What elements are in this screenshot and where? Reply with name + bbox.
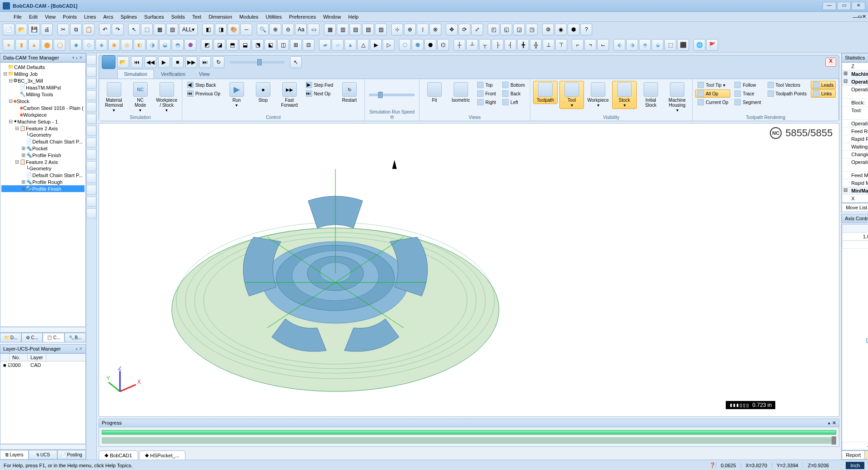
ltab-3[interactable]: 🔧 B... (65, 333, 86, 342)
doctab-1[interactable]: ◆ HSPocket_... (139, 450, 185, 460)
tree-chain2[interactable]: 📄 Default Chain Start P... (1, 172, 85, 178)
tb-v1[interactable]: ◰ (488, 24, 499, 35)
tb-select4[interactable]: ▤ (166, 24, 178, 35)
tb-n1[interactable]: ▰ (319, 39, 331, 51)
tree-post[interactable]: 📄 HaasTM.MillPst (1, 84, 85, 91)
btn-back[interactable]: Back (500, 89, 527, 98)
tb-line[interactable]: ─ (240, 24, 252, 35)
btn-tool-vectors[interactable]: Tool Vectors (765, 81, 809, 89)
tb-layer1[interactable]: ◧ (202, 24, 214, 35)
tb-o2[interactable]: ⬢ (412, 39, 424, 51)
tb-n2[interactable]: ▱ (332, 39, 344, 51)
tb-s1[interactable]: ◆ (70, 39, 82, 51)
tb-cut[interactable]: ✂ (57, 24, 69, 35)
tb-o1[interactable]: ⬡ (399, 39, 411, 51)
doc-restore[interactable]: ▭ (858, 14, 862, 20)
btn-toolpath-points[interactable]: Toolpath Points (765, 89, 809, 98)
tb-r6[interactable]: ⬛ (677, 39, 689, 51)
menu-utilities[interactable]: Utilities (262, 13, 285, 20)
tb-r2[interactable]: ⬗ (626, 39, 638, 51)
rib-qat-7[interactable]: ⏭ (199, 56, 211, 68)
tree-geom2[interactable]: └ Geometry (1, 165, 85, 172)
menu-text[interactable]: Text (189, 13, 205, 20)
btn-next-op[interactable]: ⏭Next Op (304, 89, 335, 98)
tree-profilef2-selected[interactable]: ⊞🔩 Profile Finish (1, 185, 85, 192)
btn-front[interactable]: Front (475, 89, 498, 98)
vt-1[interactable] (86, 55, 96, 65)
tb-q3[interactable]: ⌙ (597, 39, 609, 51)
tb-cam[interactable]: ⚙ (542, 24, 554, 35)
tb-v2[interactable]: ◱ (500, 24, 512, 35)
tb-text[interactable]: Aa (295, 24, 307, 35)
tb-n3[interactable]: ▲ (344, 39, 356, 51)
minimize-button[interactable]: — (823, 2, 836, 10)
tree-milling-job[interactable]: ⊟📁 Milling Job (1, 70, 85, 77)
tb-rotate[interactable]: ⟳ (459, 24, 470, 35)
tb-redo[interactable]: ↷ (112, 24, 124, 35)
tb-s7[interactable]: ◑ (146, 39, 158, 51)
tb-m8[interactable]: ⊞ (290, 39, 302, 51)
speed-slider[interactable] (369, 94, 414, 96)
btn-material-removal[interactable]: MaterialRemoval ▾ (102, 81, 126, 114)
menu-window[interactable]: Window (319, 13, 344, 20)
btn-fit[interactable]: Fit (422, 81, 447, 104)
vt-4[interactable] (86, 90, 96, 100)
tree-workpiece[interactable]: ◆ Workpiece (1, 111, 85, 118)
vt-8[interactable] (86, 138, 96, 148)
vt-5[interactable] (86, 102, 96, 112)
rib-qat-1[interactable]: 📂 (117, 56, 129, 68)
rib-qat-3[interactable]: ◀◀ (145, 56, 156, 68)
ribbon-tab-simulation[interactable]: Simulation (117, 69, 154, 79)
btn-step-back[interactable]: ◀|Step Back (185, 81, 223, 89)
tb-s8[interactable]: ◒ (159, 39, 171, 51)
tb-select3[interactable]: ▦ (154, 24, 165, 35)
tb-hole[interactable]: ◉ (555, 24, 567, 35)
tb-v4[interactable]: ◳ (526, 24, 538, 35)
btn-trace[interactable]: Trace (732, 89, 763, 98)
tb-open[interactable]: 📂 (15, 24, 27, 35)
tb-cone[interactable]: ▲ (28, 39, 40, 51)
layer-tab-posting[interactable]: 📄 Posting (57, 450, 86, 460)
btn-isometric[interactable]: Isometric (449, 81, 473, 104)
menu-help[interactable]: Help (344, 13, 362, 20)
btn-right[interactable]: Right (475, 98, 498, 106)
tb-p9[interactable]: ⊤ (555, 39, 567, 51)
tree-tools[interactable]: 🔧 Milling Tools (1, 91, 85, 98)
tb-new[interactable]: 📄 (3, 24, 15, 35)
tb-flag[interactable]: 🚩 (706, 39, 718, 51)
tb-snap4[interactable]: ⊗ (429, 24, 441, 35)
vt-10[interactable] (86, 161, 96, 171)
tb-p7[interactable]: ╬ (530, 39, 542, 51)
tree-feat1[interactable]: ⊟📋 Feature 2 Axis (1, 125, 85, 132)
tb-zoom3[interactable]: ⊖ (282, 24, 294, 35)
progress-controls[interactable]: ⬧ ✕ (828, 420, 836, 426)
cam-tree[interactable]: 📁 CAM Defaults ⊟📁 Milling Job ⊟⚙ BC_3x_M… (0, 62, 86, 327)
btn-restart[interactable]: ↻Restart (337, 81, 362, 104)
tree-chain1[interactable]: 📄 Default Chain Start P... (1, 138, 85, 145)
tb-g1[interactable]: ▦ (324, 24, 336, 35)
btn-step-fwd[interactable]: |▶Step Fwd (304, 81, 335, 89)
tb-q1[interactable]: ⌐ (572, 39, 584, 51)
tb-p3[interactable]: ┬ (479, 39, 491, 51)
menu-points[interactable]: Points (59, 13, 80, 20)
slider-x[interactable] (842, 249, 868, 442)
tb-g2[interactable]: ▥ (337, 24, 349, 35)
stat-machine-angles[interactable]: ⊞Machine Angles (842, 70, 868, 78)
tb-zoom2[interactable]: ⊕ (269, 24, 281, 35)
stattab-movelist[interactable]: Move List (842, 203, 868, 212)
menu-surfaces[interactable]: Surfaces (140, 13, 167, 20)
tb-s3[interactable]: ◈ (95, 39, 107, 51)
tb-layer2[interactable]: ◨ (215, 24, 227, 35)
tree-stockmat[interactable]: ◆ Carbon Steel 1018 - Plain ( (1, 104, 85, 111)
btn-fast-forward[interactable]: ▶▶FastForward (277, 81, 302, 109)
tb-m2[interactable]: ◪ (214, 39, 225, 51)
rib-qat-4[interactable]: ▶ (158, 56, 170, 68)
btn-segment[interactable]: Segment (732, 98, 763, 106)
btn-follow[interactable]: Follow (732, 81, 763, 89)
tb-select2[interactable]: ⬚ (141, 24, 153, 35)
tb-paste[interactable]: 📋 (83, 24, 95, 35)
rib-qat-9[interactable]: ↖ (290, 56, 302, 68)
tb-p6[interactable]: ╋ (517, 39, 529, 51)
tb-xtra[interactable]: ⬢ (568, 24, 579, 35)
status-unit[interactable]: Inch (846, 462, 864, 469)
